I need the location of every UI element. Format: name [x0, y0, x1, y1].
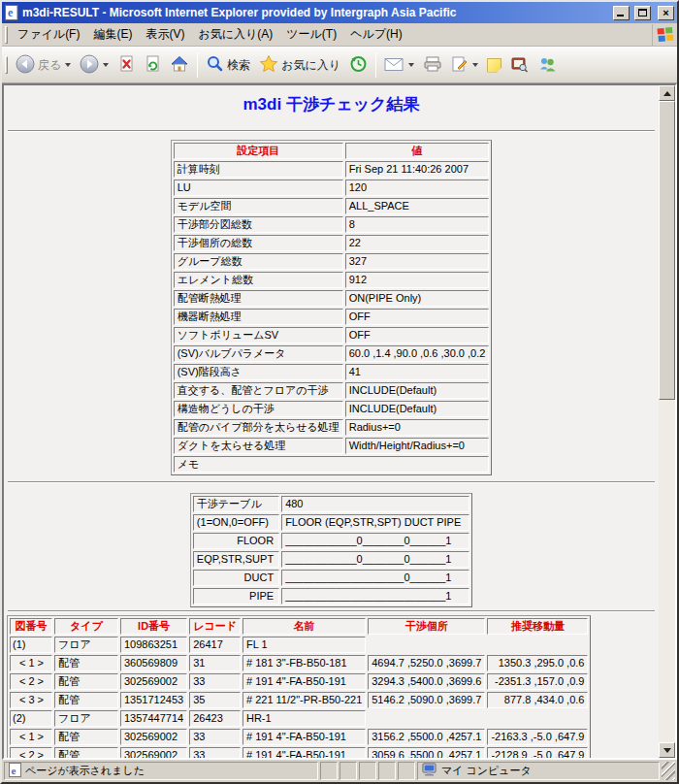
toolbar-grip[interactable]: [5, 56, 8, 74]
setting-value: OFF: [345, 309, 490, 325]
matrix-value: ____________0_______0______1: [281, 551, 469, 568]
browser-window: e m3di-RESULT - Microsoft Internet Explo…: [0, 0, 679, 784]
title-bar[interactable]: e m3di-RESULT - Microsoft Internet Explo…: [2, 2, 677, 23]
result-name: # 181 3"-FB-B50-181: [242, 655, 366, 671]
result-position: 3059.6 ,5500.0 ,4257.1: [368, 747, 485, 758]
result-record: 33: [189, 747, 241, 758]
settings-col-item: 設定項目: [174, 143, 343, 159]
result-row: < 2 > 配管 302569002 33 # 191 4"-FA-B50-19…: [10, 673, 588, 690]
matrix-row: DUCT ____________________0______1: [193, 570, 469, 586]
scroll-down-button[interactable]: [659, 742, 675, 758]
stop-icon: [117, 54, 135, 76]
status-panel: [320, 762, 338, 780]
scroll-up-button[interactable]: [659, 85, 675, 101]
menu-item[interactable]: 表示(V): [139, 22, 191, 47]
menu-item[interactable]: ファイル(F): [11, 22, 86, 47]
matrix-row: 干渉テーブル 480: [193, 496, 469, 512]
result-move: -2128.9 ,-5.0 ,647.9: [487, 747, 588, 758]
print-button[interactable]: [419, 52, 446, 79]
back-icon: [16, 54, 35, 77]
setting-label: 配管のパイプ部分を太らせる処理: [174, 419, 343, 436]
result-record: 26423: [189, 710, 241, 727]
refresh-button[interactable]: [140, 51, 165, 79]
result-col-move: 推奨移動量: [487, 618, 588, 635]
forward-dropdown-icon[interactable]: [103, 63, 109, 67]
edit-button[interactable]: [447, 52, 482, 79]
back-button[interactable]: 戻る: [12, 51, 75, 80]
mail-dropdown-icon[interactable]: [408, 63, 414, 67]
edit-icon: [451, 55, 469, 76]
horizontal-rule: [8, 130, 655, 132]
result-move: [487, 710, 588, 727]
minimize-button[interactable]: [613, 6, 630, 20]
setting-value: ON(PIPE Only): [345, 290, 490, 307]
search-icon: [206, 54, 224, 76]
home-button[interactable]: [166, 51, 193, 79]
result-move: 1350.3 ,295.0 ,0.6: [487, 655, 588, 671]
messenger-button[interactable]: [534, 52, 561, 79]
setting-value: INCLUDE(Default): [345, 382, 490, 399]
home-icon: [170, 54, 189, 76]
menubar-grip[interactable]: [5, 26, 8, 44]
horizontal-rule: [8, 481, 655, 483]
result-col-name: 名前: [242, 618, 366, 635]
settings-row: 機器断熱処理 OFF: [174, 309, 490, 325]
settings-col-value: 値: [345, 143, 490, 159]
setting-label: 干渉部分図総数: [174, 216, 343, 233]
note-button[interactable]: [483, 55, 505, 76]
vertical-scrollbar[interactable]: [659, 85, 675, 758]
close-button[interactable]: ×: [658, 6, 674, 20]
menu-items: ファイル(F)編集(E)表示(V)お気に入り(A)ツール(T)ヘルプ(H): [11, 23, 409, 46]
search-button[interactable]: 検索: [202, 51, 254, 79]
result-record: 26417: [189, 637, 241, 653]
resize-grip[interactable]: [662, 762, 675, 780]
back-dropdown-icon[interactable]: [65, 63, 71, 67]
result-type: 配管: [54, 673, 118, 690]
menu-item[interactable]: お気に入り(A): [191, 22, 279, 47]
result-position: [368, 637, 485, 653]
result-id: 302569002: [120, 729, 187, 745]
scrollbar-thumb[interactable]: [659, 101, 675, 400]
maximize-button[interactable]: [634, 6, 651, 20]
result-name: # 221 11/2"-PR-B50-221: [242, 692, 366, 708]
edit-dropdown-icon[interactable]: [472, 63, 478, 67]
forward-button[interactable]: [76, 51, 113, 80]
menu-item[interactable]: ヘルプ(H): [343, 22, 409, 47]
favorites-button[interactable]: お気に入り: [255, 51, 344, 79]
matrix-value: 480: [281, 496, 469, 512]
stop-button[interactable]: [113, 51, 139, 79]
result-position: 4694.7 ,5250.0 ,3699.7: [368, 655, 485, 671]
horizontal-rule: [8, 610, 655, 612]
settings-row: 配管のパイプ部分を太らせる処理 Radius+=0: [174, 419, 490, 436]
result-type: フロア: [54, 637, 118, 653]
settings-row: グループ総数 327: [174, 253, 490, 270]
result-no: < 3 >: [10, 692, 52, 708]
mail-icon: [384, 56, 404, 75]
interference-matrix-table: 干渉テーブル 480 (1=ON,0=OFF) FLOOR (EQP,STR,S…: [190, 493, 472, 607]
history-button[interactable]: [345, 51, 372, 79]
research-button[interactable]: [506, 52, 533, 79]
settings-row: LU 120: [174, 180, 490, 196]
result-move: -2163.3 ,-5.0 ,647.9: [487, 729, 588, 745]
menu-item[interactable]: ツール(T): [279, 22, 343, 47]
result-name: FL 1: [242, 637, 366, 653]
matrix-value: ___________________________1: [281, 588, 469, 604]
setting-label: エレメント総数: [174, 272, 343, 288]
result-move: [487, 637, 588, 653]
security-zone-panel: マイ コンピュータ: [417, 762, 660, 780]
menu-item[interactable]: 編集(E): [86, 22, 139, 47]
matrix-label: EQP,STR,SUPT: [193, 551, 279, 568]
result-no: < 2 >: [10, 673, 52, 690]
setting-value: ALL_SPACE: [345, 198, 490, 214]
result-position: [368, 710, 485, 727]
settings-row: (SV)バルブパラメータ 60.0 ,1.4 ,90.0 ,0.6 ,30.0 …: [174, 345, 490, 362]
status-panel: [359, 762, 376, 780]
status-panel: [378, 762, 396, 780]
setting-label: グループ総数: [174, 253, 343, 270]
mail-button[interactable]: [380, 53, 418, 78]
result-position: 5146.2 ,5090.0 ,3699.7: [368, 692, 485, 708]
result-no: < 2 >: [10, 747, 52, 758]
settings-row: 直交する、配管とフロアの干渉 INCLUDE(Default): [174, 382, 490, 399]
setting-label: 直交する、配管とフロアの干渉: [174, 382, 343, 399]
settings-header-row: 設定項目 値: [174, 143, 490, 159]
